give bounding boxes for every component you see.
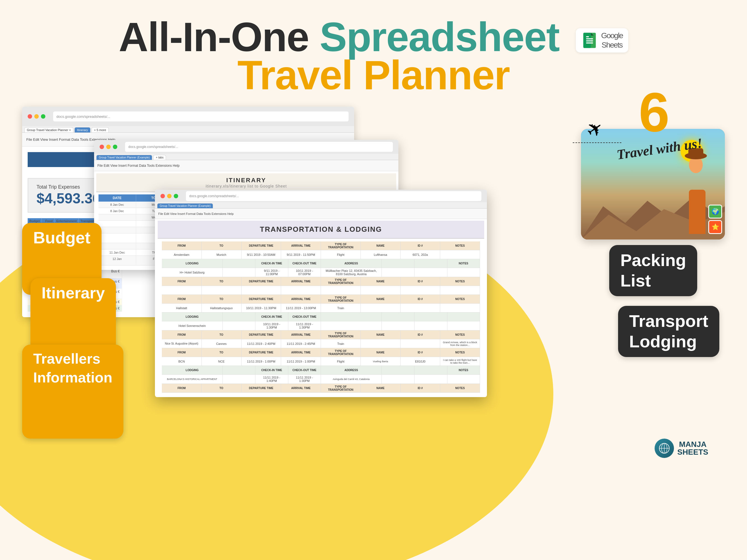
google-label: Google — [601, 31, 623, 41]
transport-header-4: FROM TO DEPARTURE TIME ARRIVAL TIME TYPE… — [162, 330, 480, 339]
right-column: 6 ✈ Travel with us! — [531, 107, 725, 466]
main-area: docs.google.com/spreadsheets/... Group T… — [0, 107, 747, 466]
header-line1: All-In-One Spreadsheet Google Sheets — [0, 17, 747, 57]
transport-close-dot — [160, 194, 165, 198]
transport-header-1: FROM TO DEPARTURE TIME ARRIVAL TIME TYPE… — [162, 241, 480, 250]
transport-lodging-bubble: TransportLodging — [618, 306, 719, 357]
tab-sheet3[interactable]: + 5 more — [92, 127, 109, 132]
sheets-label: Sheets — [601, 41, 623, 50]
itin-tab2[interactable]: + tabs — [153, 155, 166, 160]
branding-text-block: MANJA SHEETS — [677, 441, 708, 456]
browser-expand-dot — [41, 114, 45, 118]
transport-expand-dot — [174, 194, 178, 198]
total-label: Total Trip Expenses — [36, 184, 100, 190]
transport-data-2 — [162, 286, 480, 295]
itin-subtitle: itinerary.xls/itinerary list to Google S… — [100, 184, 393, 188]
total-amount: $4,593.36 — [36, 190, 100, 207]
left-column: docs.google.com/spreadsheets/... Group T… — [22, 107, 520, 466]
svg-rect-2 — [586, 38, 593, 39]
transport-grid: FROM TO DEPARTURE TIME ARRIVAL TIME TYPE… — [158, 239, 484, 396]
svg-rect-5 — [586, 36, 589, 37]
transport-tab[interactable]: Group Travel Vacation Planner (Example) — [157, 203, 213, 208]
branding-logo-icon — [659, 443, 670, 454]
tab-itinerary[interactable]: Itinerary — [74, 127, 91, 132]
transport-sheet: docs.google.com/spreadsheets/... Group T… — [155, 190, 487, 397]
transport-lodging-header-3: LODGING CHECK-IN TIME CHECK-OUT TIME ADD… — [162, 366, 480, 375]
packing-list-label: PackingList — [620, 250, 686, 290]
branding-name-1: MANJA — [677, 441, 708, 448]
transport-data-3: Hallstatt Hallstattungsquo 10/11 2019 - … — [162, 304, 480, 313]
itin-title: ITINERARY itinerary.xls/itinerary list t… — [96, 174, 396, 192]
google-sheets-icon — [581, 32, 598, 49]
branding-name-2: SHEETS — [677, 448, 708, 456]
transport-header-5: FROM TO DEPARTURE TIME ARRIVAL TIME TYPE… — [162, 348, 480, 357]
itin-url-bar[interactable]: docs.google.com/spreadsheets/... — [125, 142, 393, 152]
transport-data-4: Nice St. Augustine (Airport) Cannes 11/1… — [162, 339, 480, 348]
header: All-In-One Spreadsheet Google Sheets — [0, 0, 747, 101]
transport-browser-header: docs.google.com/spreadsheets/... — [155, 190, 487, 202]
svg-rect-4 — [586, 42, 593, 44]
google-badge: Google Sheets — [576, 28, 628, 52]
browser-close-dot — [28, 114, 32, 118]
header-line2: Travel Planner — [0, 55, 747, 96]
browser-minimize-dot — [34, 114, 39, 118]
transport-lodging-header-1: LODGING CHECK-IN TIME CHECK-OUT TIME ADD… — [162, 259, 480, 268]
travellers-bubble: TravellersInformation — [22, 345, 123, 438]
transport-lodging-header-2: LODGING CHECK-IN TIME CHECK-OUT TIME — [162, 313, 480, 321]
itin-minimize-dot — [106, 144, 111, 149]
transport-lodging-label: TransportLodging — [629, 311, 708, 351]
itin-close-dot — [100, 144, 104, 149]
travellers-label: TravellersInformation — [33, 351, 112, 385]
transport-content: TRANSPORTATION & LODGING FROM TO DEPARTU… — [155, 219, 487, 397]
itin-expand-dot — [113, 144, 117, 149]
browser-url-bar[interactable]: docs.google.com/spreadsheets/... — [53, 111, 349, 122]
tab-group-travel[interactable]: Group Travel Vacation Planner × — [24, 127, 73, 132]
deco-six: 6 — [639, 85, 670, 140]
packing-list-bubble: PackingList — [609, 245, 697, 296]
transport-title: TRANSPORTATION & LODGING — [158, 221, 484, 239]
transport-toolbar: File Edit View Insert Format Data Tools … — [155, 209, 487, 219]
svg-rect-3 — [586, 41, 593, 42]
transport-lodging-data-2: Hotel Sonnenschein 10/11 2019 - 1:30PM 1… — [162, 321, 480, 330]
transport-lodging-data-1: H+ Hotel Salzburg 9/11 2019 - 11:00PM 10… — [162, 268, 480, 277]
branding-icon — [654, 438, 674, 458]
budget-label: Budget — [33, 229, 91, 247]
branding: MANJA SHEETS — [654, 438, 708, 458]
spreadsheet-stack: docs.google.com/spreadsheets/... Group T… — [22, 107, 410, 466]
transport-lodging-data-3: BARCELONA'S HISTORICAL APPARTMENT 11/11 … — [162, 375, 480, 384]
itin-col-date: DATE — [99, 194, 136, 202]
transport-minimize-dot — [167, 194, 172, 198]
content-wrapper: All-In-One Spreadsheet Google Sheets — [0, 0, 747, 560]
transport-data-5: BCN NCE 11/11 2019 - 1:00PM 11/11 2019 -… — [162, 357, 480, 366]
itin-browser-header: docs.google.com/spreadsheets/... — [94, 140, 398, 154]
finances-browser-header: docs.google.com/spreadsheets/... — [22, 107, 354, 126]
google-text: Google Sheets — [601, 31, 623, 50]
transport-header-3: FROM TO DEPARTURE TIME ARRIVAL TIME TYPE… — [162, 295, 480, 304]
itinerary-label: Itinerary — [42, 284, 105, 302]
transport-header-2: FROM TO DEPARTURE TIME ARRIVAL TIME TYPE… — [162, 277, 480, 286]
transport-header-6: FROM TO DEPARTURE TIME ARRIVAL TIME TYPE… — [162, 384, 480, 393]
transport-data-1: Amsterdam Munich 9/11 2019 - 10:50AM 9/1… — [162, 250, 480, 259]
transport-url-bar[interactable]: docs.google.com/spreadsheets/... — [186, 191, 482, 201]
itin-tab[interactable]: Group Travel Vacation Planner (Example) — [96, 155, 152, 160]
itin-toolbar: File Edit View Insert Format Data Tools … — [94, 160, 398, 171]
